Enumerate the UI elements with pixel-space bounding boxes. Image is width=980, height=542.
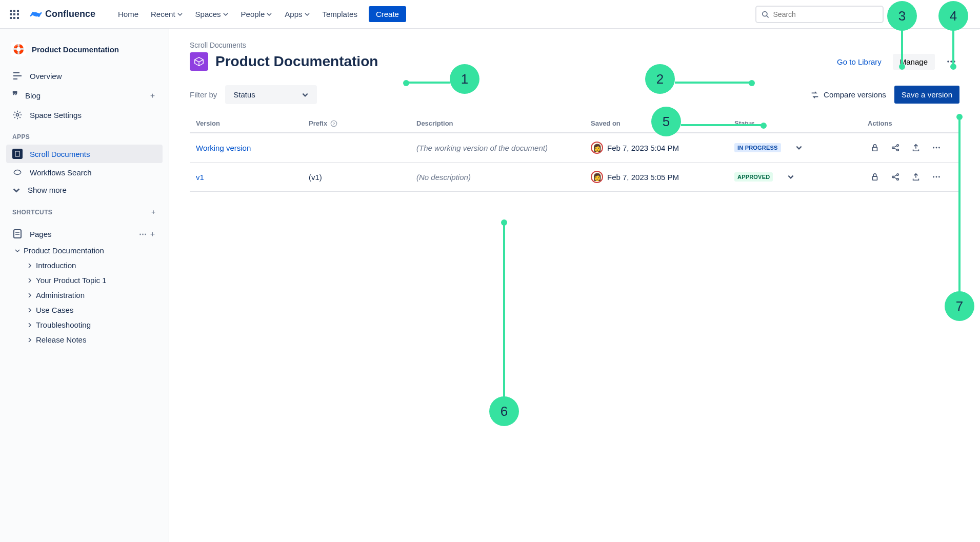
top-nav: Confluence Home Recent Spaces People App… <box>0 0 980 29</box>
brand-label: Confluence <box>45 9 95 19</box>
svg-point-15 <box>16 114 19 116</box>
quote-icon: ❞ <box>12 89 18 102</box>
col-version: Version <box>196 119 309 127</box>
pages-more-icon[interactable]: ⋯ <box>139 229 147 238</box>
version-link[interactable]: v1 <box>196 173 204 182</box>
sidebar-space-settings[interactable]: Space Settings <box>6 106 163 124</box>
sidebar-pages[interactable]: Pages ⋯ ＋ <box>6 225 163 243</box>
breadcrumb[interactable]: Scroll Documents <box>190 41 959 49</box>
chevron-down-icon <box>302 91 309 98</box>
chevron-down-icon <box>304 11 310 17</box>
tree-item[interactable]: Troubleshooting <box>23 317 163 332</box>
overview-icon <box>12 71 23 81</box>
confluence-logo[interactable]: Confluence <box>26 8 99 21</box>
saved-cell: 👩Feb 7, 2023 5:04 PM <box>591 142 734 154</box>
svg-point-37 <box>897 178 899 180</box>
compare-versions-button[interactable]: Compare versions <box>810 90 886 99</box>
nav-people[interactable]: People <box>236 7 278 22</box>
sidebar-workflows-search[interactable]: Workflows Search <box>6 163 163 182</box>
svg-rect-4 <box>13 13 15 15</box>
svg-rect-1 <box>13 10 15 12</box>
svg-rect-7 <box>13 17 15 19</box>
app-switcher-icon[interactable] <box>6 6 23 23</box>
chevron-down-icon[interactable] <box>795 144 803 151</box>
svg-point-32 <box>936 147 937 149</box>
tree-item[interactable]: Use Cases <box>23 303 163 317</box>
col-actions: Actions <box>868 119 970 127</box>
search-box[interactable] <box>755 6 884 23</box>
tree-item[interactable]: Introduction <box>23 258 163 273</box>
saved-cell: 👩Feb 7, 2023 5:05 PM <box>591 171 734 183</box>
row-more-icon[interactable] <box>929 140 944 155</box>
versions-table: Version Prefix ? Description Saved on St… <box>190 114 959 192</box>
nav-recent[interactable]: Recent <box>146 7 188 22</box>
export-icon[interactable] <box>909 140 923 155</box>
add-blog-icon[interactable]: ＋ <box>149 91 156 101</box>
export-icon[interactable] <box>909 170 923 184</box>
chevron-down-icon <box>266 11 272 17</box>
lock-icon[interactable] <box>868 170 882 184</box>
tree-root[interactable]: Product Documentation <box>10 243 163 258</box>
svg-rect-16 <box>15 151 19 156</box>
create-button[interactable]: Create <box>369 6 406 22</box>
nav-spaces[interactable]: Spaces <box>190 7 234 22</box>
sidebar-show-more[interactable]: Show more <box>6 182 163 198</box>
svg-point-9 <box>763 11 767 16</box>
callout-7: 7 <box>945 291 974 321</box>
go-to-library-link[interactable]: Go to Library <box>834 57 885 67</box>
filter-label: Filter by <box>190 90 217 99</box>
search-icon <box>762 10 769 18</box>
space-header[interactable]: 🛟 Product Documentation <box>6 39 163 59</box>
nav-apps[interactable]: Apps <box>279 7 315 22</box>
callout-2: 2 <box>645 64 675 94</box>
share-icon[interactable] <box>888 140 903 155</box>
page-title: Product Documentation <box>215 53 378 70</box>
col-description: Description <box>416 119 591 127</box>
description-cell: (No description) <box>416 173 591 182</box>
svg-line-39 <box>894 177 896 179</box>
sidebar-blog[interactable]: ❞ Blog ＋ <box>6 85 163 106</box>
info-icon[interactable]: ? <box>330 120 337 127</box>
compare-icon <box>810 90 819 99</box>
chevron-right-icon <box>27 263 33 269</box>
chevron-right-icon <box>27 322 33 328</box>
svg-point-20 <box>947 61 949 63</box>
sidebar: 🛟 Product Documentation Overview ❞ Blog … <box>0 29 169 542</box>
svg-rect-8 <box>17 17 19 19</box>
svg-rect-3 <box>10 13 12 15</box>
prefix-cell: (v1) <box>309 173 416 182</box>
table-row: v1(v1)(No description)👩Feb 7, 2023 5:05 … <box>190 163 959 192</box>
tree-item[interactable]: Your Product Topic 1 <box>23 273 163 288</box>
add-shortcut-icon[interactable]: ＋ <box>150 208 156 216</box>
svg-point-36 <box>897 174 899 176</box>
svg-rect-2 <box>17 10 19 12</box>
status-filter-dropdown[interactable]: Status <box>225 85 317 104</box>
svg-point-27 <box>897 145 899 147</box>
add-page-icon[interactable]: ＋ <box>149 229 156 239</box>
nav-home[interactable]: Home <box>113 7 144 22</box>
chevron-down-icon[interactable] <box>787 173 794 180</box>
svg-point-26 <box>892 147 894 149</box>
version-link[interactable]: Working version <box>196 144 251 152</box>
document-icon <box>190 52 208 71</box>
svg-point-31 <box>933 147 934 149</box>
callout-3: 3 <box>887 1 917 31</box>
svg-line-10 <box>767 15 769 17</box>
nav-templates[interactable]: Templates <box>317 7 363 22</box>
space-icon: 🛟 <box>11 42 26 56</box>
share-icon[interactable] <box>888 170 903 184</box>
sidebar-scroll-documents[interactable]: Scroll Documents <box>6 145 163 163</box>
search-input[interactable] <box>772 10 877 19</box>
sidebar-overview[interactable]: Overview <box>6 67 163 85</box>
svg-point-41 <box>936 176 937 178</box>
svg-rect-25 <box>873 147 877 151</box>
row-more-icon[interactable] <box>929 170 944 184</box>
main-content: Scroll Documents Product Documentation G… <box>169 29 980 542</box>
status-badge: IN PROGRESS <box>734 143 781 152</box>
tree-item[interactable]: Release Notes <box>23 332 163 347</box>
lock-icon[interactable] <box>868 140 882 155</box>
chevron-down-icon <box>14 248 21 254</box>
svg-point-33 <box>938 147 940 149</box>
tree-item[interactable]: Administration <box>23 288 163 303</box>
save-version-button[interactable]: Save a version <box>894 86 959 104</box>
